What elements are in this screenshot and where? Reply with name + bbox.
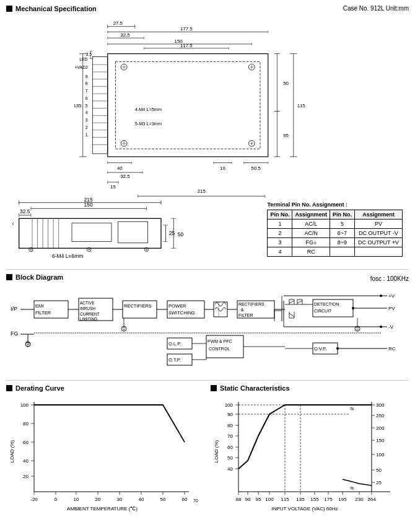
svg-rect-21 [115, 61, 260, 149]
svg-text:250: 250 [376, 413, 385, 419]
svg-text:230: 230 [355, 497, 364, 502]
svg-text:2: 2 [85, 125, 88, 130]
svg-rect-34 [92, 57, 107, 154]
mech-title: Mechanical Specification [15, 5, 97, 12]
svg-text:195: 195 [338, 497, 347, 502]
col-header-3: Pin No. [330, 210, 354, 219]
mechanical-section: Mechanical Specification Case No. 912L U… [6, 5, 409, 263]
svg-rect-20 [108, 54, 268, 157]
static-chart: 100 90 80 70 60 50 40 300 [211, 396, 409, 515]
svg-text:25: 25 [169, 230, 175, 236]
svg-text:200: 200 [376, 425, 385, 431]
svg-text:RECTIFIERS: RECTIFIERS [124, 303, 152, 309]
svg-rect-169 [214, 302, 227, 317]
svg-line-201 [289, 301, 294, 303]
svg-text:6: 6 [85, 96, 88, 100]
terminal-table: Terminal Pin No. Assignment : Pin No. As… [267, 202, 403, 257]
mech-header-square [6, 6, 12, 12]
static-svg: 100 90 80 70 60 50 40 300 [211, 396, 409, 513]
svg-text:-20: -20 [30, 497, 38, 502]
svg-text:&: & [241, 308, 244, 312]
svg-text:LED: LED [79, 57, 87, 61]
svg-text:FILTER: FILTER [238, 313, 253, 317]
svg-text:50: 50 [376, 468, 382, 473]
block-header: Block Diagram [6, 273, 63, 281]
svg-text:7: 7 [85, 89, 88, 93]
svg-text:70 (HORIZONTAL): 70 (HORIZONTAL) [193, 499, 198, 503]
svg-text:≈: ≈ [350, 404, 354, 413]
svg-text:117.5: 117.5 [180, 43, 193, 48]
svg-line-209 [289, 313, 294, 317]
svg-text:60: 60 [227, 445, 233, 450]
svg-text:27.5: 27.5 [113, 20, 123, 26]
svg-text:90: 90 [245, 497, 251, 502]
svg-point-196 [352, 307, 354, 309]
svg-text:AMBIENT TEMPERATURE (℃): AMBIENT TEMPERATURE (℃) [67, 506, 138, 512]
svg-text:115: 115 [297, 103, 306, 109]
svg-text:30: 30 [117, 497, 123, 502]
svg-text:+V: +V [388, 293, 395, 299]
svg-text:50: 50 [283, 81, 289, 86]
page: Mechanical Specification Case No. 912L U… [0, 0, 415, 520]
svg-text:32.5: 32.5 [120, 32, 130, 38]
fosc-label: fosc : 100KHz [370, 275, 409, 282]
svg-text:SWITCHING: SWITCHING [168, 310, 195, 316]
svg-text:40: 40 [139, 497, 144, 502]
svg-text:INRUSH: INRUSH [80, 306, 95, 311]
svg-text:135: 135 [74, 103, 82, 109]
static-header: Static Characteristics [211, 384, 409, 392]
svg-point-186 [380, 295, 382, 297]
svg-text:25: 25 [376, 480, 382, 485]
svg-text:155: 155 [310, 497, 319, 502]
terminal-table-title: Terminal Pin No. Assignment : [267, 202, 403, 208]
svg-text:O.L.P.: O.L.P. [168, 341, 181, 347]
svg-text:100: 100 [265, 497, 274, 502]
svg-text:95: 95 [256, 497, 261, 502]
svg-text:FILTER: FILTER [35, 310, 51, 316]
svg-text:RC: RC [388, 346, 396, 352]
static-title: Static Characteristics [220, 384, 290, 392]
svg-text:264: 264 [367, 497, 376, 502]
svg-text:+VADJ: +VADJ [75, 65, 88, 69]
svg-text:5-M3 L=3mm: 5-M3 L=3mm [135, 121, 162, 126]
derating-header-square [6, 385, 12, 391]
static-section: Static Characteristics 100 90 80 [211, 384, 409, 515]
svg-text:4: 4 [85, 110, 88, 115]
svg-text:O.V.P.: O.V.P. [314, 346, 326, 352]
svg-text:90: 90 [227, 412, 233, 417]
svg-text:70: 70 [227, 433, 233, 439]
svg-text:PWM & PFC: PWM & PFC [208, 339, 232, 344]
svg-text:100: 100 [20, 402, 29, 408]
svg-text:6-M4 L=6mm: 6-M4 L=6mm [52, 253, 83, 259]
bottom-sections: Derating Curve 100 80 60 40 [6, 380, 409, 515]
svg-text:80: 80 [23, 421, 28, 427]
svg-text:88: 88 [236, 497, 242, 502]
side-view-svg [12, 154, 260, 224]
svg-text:3.5: 3.5 [86, 52, 92, 56]
svg-text:175: 175 [324, 497, 333, 502]
svg-text:I/P: I/P [11, 306, 17, 312]
svg-text:5: 5 [85, 104, 88, 108]
block-diagram-container: I/P FG EMI FILTER ACTIVE [6, 287, 409, 374]
svg-text:100: 100 [225, 402, 234, 408]
svg-text:POWER: POWER [168, 303, 186, 309]
svg-text:O.T.P.: O.T.P. [168, 357, 181, 363]
svg-text:50: 50 [227, 455, 233, 461]
svg-text:0: 0 [55, 497, 58, 502]
svg-text:115: 115 [281, 497, 289, 502]
svg-text:4-M4 L=5mm: 4-M4 L=5mm [135, 107, 162, 112]
mech-header: Mechanical Specification [6, 5, 97, 12]
svg-text:≈: ≈ [350, 484, 354, 492]
svg-text:300: 300 [376, 402, 385, 408]
static-header-square [211, 385, 217, 391]
svg-point-190 [380, 326, 382, 328]
svg-text:40: 40 [23, 458, 28, 464]
block-diagram-svg: I/P FG EMI FILTER ACTIVE [9, 287, 406, 374]
svg-text:100: 100 [376, 452, 385, 458]
svg-text:CONTROL: CONTROL [209, 347, 230, 351]
svg-text:60: 60 [182, 497, 188, 502]
block-title: Block Diagram [15, 273, 63, 281]
svg-text:40: 40 [227, 466, 233, 472]
svg-text:1: 1 [85, 133, 88, 137]
svg-text:50: 50 [160, 497, 166, 502]
